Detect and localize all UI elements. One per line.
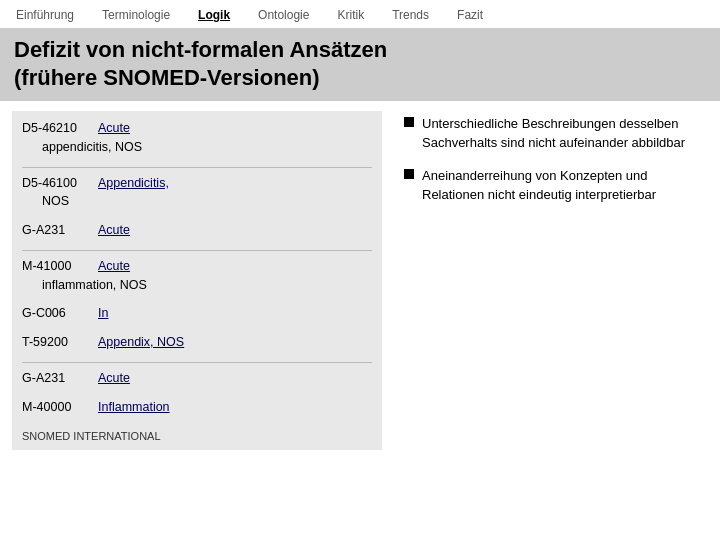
code-id-8a: M-40000	[22, 398, 92, 417]
right-panel: Unterschiedliche Beschreibungen desselbe…	[398, 111, 708, 450]
code-row-1a: D5-46210 Acute	[22, 119, 372, 138]
snomed-footer: SNOMED INTERNATIONAL	[22, 426, 372, 442]
code-row-3a: G-A231 Acute	[22, 221, 372, 240]
bullet-text-2: Aneinanderreihung von Konzepten und Rela…	[422, 167, 702, 205]
bullet-text-1: Unterschiedliche Beschreibungen desselbe…	[422, 115, 702, 153]
code-row-5a: G-C006 In	[22, 304, 372, 323]
code-link-4a[interactable]: Acute	[98, 257, 130, 276]
page-title-line2: (frühere SNOMED-Versionen)	[14, 65, 320, 90]
divider-2	[22, 250, 372, 251]
code-link-1a[interactable]: Acute	[98, 119, 130, 138]
bullet-item-1: Unterschiedliche Beschreibungen desselbe…	[404, 115, 702, 153]
code-desc-1b: appendicitis, NOS	[42, 138, 372, 157]
code-desc-4b: inflammation, NOS	[42, 276, 372, 295]
code-block-7: G-A231 Acute	[22, 369, 372, 388]
code-link-2a[interactable]: Appendicitis,	[98, 174, 169, 193]
code-block-3: G-A231 Acute	[22, 221, 372, 240]
code-block-8: M-40000 Inflammation	[22, 398, 372, 417]
nav-kritik[interactable]: Kritik	[333, 6, 368, 24]
nav-terminologie[interactable]: Terminologie	[98, 6, 174, 24]
code-id-2a: D5-46100	[22, 174, 92, 193]
left-panel: D5-46210 Acute appendicitis, NOS D5-4610…	[12, 111, 382, 450]
main-content: D5-46210 Acute appendicitis, NOS D5-4610…	[0, 101, 720, 460]
code-row-8a: M-40000 Inflammation	[22, 398, 372, 417]
code-id-4a: M-41000	[22, 257, 92, 276]
code-link-7a[interactable]: Acute	[98, 369, 130, 388]
code-link-3a[interactable]: Acute	[98, 221, 130, 240]
code-row-7a: G-A231 Acute	[22, 369, 372, 388]
code-row-2a: D5-46100 Appendicitis,	[22, 174, 372, 193]
code-row-4a: M-41000 Acute	[22, 257, 372, 276]
page-title: Defizit von nicht-formalen Ansätzen (frü…	[0, 28, 720, 101]
code-block-2: D5-46100 Appendicitis, NOS	[22, 174, 372, 212]
code-desc-2b: NOS	[42, 192, 372, 211]
code-row-6a: T-59200 Appendix, NOS	[22, 333, 372, 352]
code-id-6a: T-59200	[22, 333, 92, 352]
code-block-1: D5-46210 Acute appendicitis, NOS	[22, 119, 372, 157]
code-id-5a: G-C006	[22, 304, 92, 323]
code-id-7a: G-A231	[22, 369, 92, 388]
nav-einfuehrung[interactable]: Einführung	[12, 6, 78, 24]
code-block-5: G-C006 In	[22, 304, 372, 323]
code-row-4b: inflammation, NOS	[22, 276, 372, 295]
code-id-1a: D5-46210	[22, 119, 92, 138]
code-id-3a: G-A231	[22, 221, 92, 240]
nav-bar: Einführung Terminologie Logik Ontologie …	[0, 0, 720, 28]
nav-fazit[interactable]: Fazit	[453, 6, 487, 24]
nav-logik[interactable]: Logik	[194, 6, 234, 24]
bullet-square-1	[404, 117, 414, 127]
divider-1	[22, 167, 372, 168]
code-row-2b: NOS	[22, 192, 372, 211]
page-title-line1: Defizit von nicht-formalen Ansätzen	[14, 37, 387, 62]
nav-ontologie[interactable]: Ontologie	[254, 6, 313, 24]
code-block-6: T-59200 Appendix, NOS	[22, 333, 372, 352]
code-link-5a[interactable]: In	[98, 304, 108, 323]
bullet-square-2	[404, 169, 414, 179]
code-link-8a[interactable]: Inflammation	[98, 398, 170, 417]
nav-trends[interactable]: Trends	[388, 6, 433, 24]
code-row-1b: appendicitis, NOS	[22, 138, 372, 157]
code-block-4: M-41000 Acute inflammation, NOS	[22, 257, 372, 295]
code-link-6a[interactable]: Appendix, NOS	[98, 333, 184, 352]
divider-3	[22, 362, 372, 363]
bullet-item-2: Aneinanderreihung von Konzepten und Rela…	[404, 167, 702, 205]
